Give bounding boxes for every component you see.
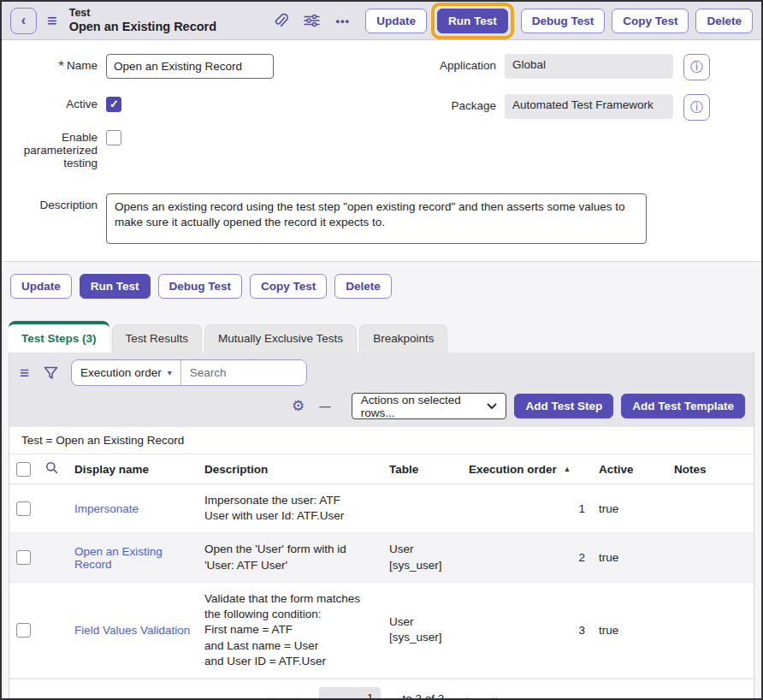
collapse-list-icon[interactable]: — (319, 400, 331, 412)
debug-test-button[interactable]: Debug Test (521, 9, 606, 33)
back-button[interactable]: ‹ (10, 8, 37, 34)
actions-select[interactable]: Actions on selected rows... (352, 393, 507, 419)
column-header-description[interactable]: Description (198, 454, 382, 484)
copy-test-button-bottom[interactable]: Copy Test (250, 274, 327, 299)
step-link[interactable]: Open an Existing Record (74, 545, 163, 571)
search-field-dropdown[interactable]: Execution order ▾ (72, 360, 181, 385)
update-button[interactable]: Update (365, 9, 427, 33)
step-notes (667, 533, 754, 582)
current-page-input[interactable]: 1 (319, 687, 381, 700)
step-table: User [sys_user] (382, 582, 462, 678)
chevron-down-icon (487, 403, 497, 410)
active-checkbox[interactable] (106, 97, 121, 112)
package-readonly-field: Automated Test Framework (505, 94, 673, 119)
step-execution-order: 3 (462, 582, 592, 678)
related-section: Update Run Test Debug Test Copy Test Del… (2, 261, 761, 700)
name-input[interactable] (106, 54, 274, 79)
step-table: User [sys_user] (382, 533, 462, 582)
step-link[interactable]: Impersonate (74, 502, 139, 515)
step-description: Impersonate the user: ATF User with user… (198, 484, 382, 533)
name-field-label: *Name (2, 54, 106, 72)
table-row: Impersonate Impersonate the user: ATF Us… (9, 484, 754, 533)
package-field-label: Package (411, 94, 505, 112)
step-execution-order: 2 (462, 533, 592, 582)
attachment-paperclip-icon[interactable] (274, 13, 288, 28)
enable-parameterized-testing-checkbox[interactable] (106, 130, 121, 145)
delete-button-bottom[interactable]: Delete (334, 274, 392, 299)
record-type-label: Test (69, 7, 216, 19)
info-icon: ⓘ (690, 99, 703, 116)
last-page-icon[interactable]: ▸▸ (492, 692, 499, 700)
description-textarea[interactable]: Opens an existing record using the test … (106, 193, 647, 244)
column-header-table[interactable]: Table (382, 454, 462, 484)
package-info-button[interactable]: ⓘ (683, 94, 710, 121)
column-header-notes[interactable]: Notes (667, 454, 754, 484)
sort-ascending-icon: ▲ (564, 465, 571, 473)
first-page-icon[interactable]: ◂◂ (264, 692, 271, 700)
tab-mutually-exclusive-tests[interactable]: Mutually Exclusive Tests (204, 324, 357, 353)
list-search-combo: Execution order ▾ (71, 359, 307, 386)
delete-button[interactable]: Delete (695, 9, 753, 33)
more-options-icon[interactable]: ••• (336, 15, 351, 27)
test-steps-table: Display name Description Table Execution… (9, 454, 754, 679)
add-test-step-button[interactable]: Add Test Step (514, 394, 613, 418)
record-title-block: Test Open an Existing Record (69, 7, 216, 33)
table-row: Field Values Validation Validate that th… (9, 582, 754, 678)
row-checkbox[interactable] (16, 623, 31, 638)
column-header-active[interactable]: Active (592, 454, 667, 484)
application-info-button[interactable]: ⓘ (683, 54, 710, 80)
row-checkbox[interactable] (16, 550, 31, 565)
chevron-down-icon: ▾ (168, 368, 172, 377)
step-description: Open the 'User' form with id 'User: ATF … (198, 533, 382, 582)
list-toolbar: ≡ Execution order ▾ (9, 353, 754, 427)
pagination-range-text: to 3 of 3 (403, 692, 445, 700)
gear-icon[interactable]: ⚙ (292, 397, 305, 415)
update-button-bottom[interactable]: Update (10, 274, 72, 299)
prev-page-icon[interactable]: ◂ (293, 692, 297, 700)
app-window: ‹ ≡ Test Open an Existing Record ••• Upd… (0, 0, 763, 700)
step-description: Validate that the form matches the follo… (198, 582, 382, 678)
info-icon: ⓘ (690, 59, 703, 75)
filter-funnel-icon[interactable] (44, 366, 58, 380)
related-list-tabs: Test Steps (3) Test Results Mutually Exc… (9, 321, 754, 353)
step-link[interactable]: Field Values Validation (74, 624, 190, 637)
debug-test-button-bottom[interactable]: Debug Test (158, 274, 243, 299)
list-search-input[interactable] (181, 360, 307, 385)
search-icon[interactable] (45, 464, 58, 477)
active-field-label: Active (2, 92, 106, 110)
run-test-highlight-annotation: Run Test (431, 3, 514, 39)
test-record-form: *Name Active Enable parameterized testin… (2, 40, 761, 261)
description-field-label: Description (2, 193, 106, 211)
select-all-checkbox[interactable] (16, 462, 31, 477)
step-active: true (592, 484, 667, 533)
tab-test-results[interactable]: Test Results (112, 324, 203, 353)
copy-test-button[interactable]: Copy Test (612, 9, 689, 33)
run-test-button-bottom[interactable]: Run Test (80, 274, 151, 299)
step-table (382, 484, 462, 533)
test-steps-list: ≡ Execution order ▾ (9, 353, 754, 700)
form-context-menu-icon[interactable]: ≡ (47, 12, 57, 29)
run-test-button[interactable]: Run Test (437, 9, 508, 33)
personalize-sliders-icon[interactable] (304, 14, 320, 27)
step-notes (667, 582, 754, 678)
chevron-left-icon: ‹ (21, 13, 26, 28)
enable-parameterized-testing-label: Enable parameterized testing (2, 126, 106, 169)
column-header-execution-order[interactable]: Execution order ▲ (462, 454, 592, 484)
step-active: true (592, 533, 667, 582)
next-page-icon[interactable]: ▸ (466, 692, 470, 700)
add-test-template-button[interactable]: Add Test Template (621, 394, 745, 418)
step-execution-order: 1 (462, 484, 592, 533)
list-filter-breadcrumb[interactable]: Test = Open an Existing Record (9, 427, 754, 454)
tab-breakpoints[interactable]: Breakpoints (359, 324, 447, 353)
step-notes (667, 484, 754, 533)
column-header-display-name[interactable]: Display name (68, 454, 198, 484)
application-field-label: Application (411, 54, 505, 72)
record-title: Open an Existing Record (69, 20, 216, 34)
row-checkbox[interactable] (16, 501, 31, 516)
list-pagination: ◂◂ ◂ 1 to 3 of 3 ▸ ▸▸ (9, 679, 754, 700)
record-header-bar: ‹ ≡ Test Open an Existing Record ••• Upd… (2, 2, 761, 40)
required-asterisk-icon: * (58, 58, 64, 74)
list-menu-icon[interactable]: ≡ (20, 365, 29, 381)
table-row: Open an Existing Record Open the 'User' … (9, 533, 754, 582)
tab-test-steps[interactable]: Test Steps (3) (9, 321, 109, 353)
